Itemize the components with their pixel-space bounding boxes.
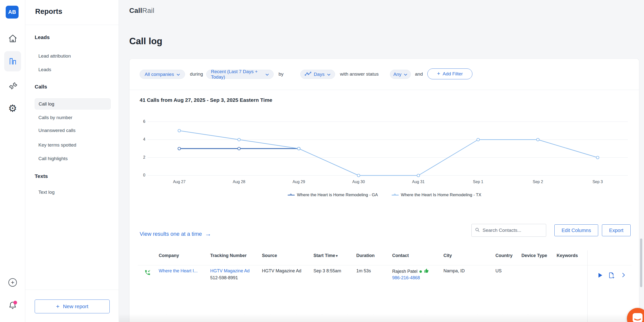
sidebar-item-lead-attribution[interactable]: Lead attribution — [38, 53, 71, 59]
view-results-label: View results one at a time — [140, 231, 202, 237]
x-axis-tick: Aug 30 — [344, 180, 374, 184]
column-header-tracking-number[interactable]: Tracking Number — [210, 253, 246, 258]
sidebar-item-text-log[interactable]: Text log — [38, 189, 54, 195]
legend-marker-icon — [288, 194, 295, 196]
granularity-dropdown[interactable]: Days — [300, 70, 335, 79]
answer-status-dropdown[interactable]: Any — [390, 70, 411, 79]
section-label-texts: Texts — [35, 173, 48, 179]
table-header-divider — [138, 265, 632, 265]
integrations-nav-button[interactable] — [0, 81, 25, 91]
logo-bold: Call — [129, 7, 142, 14]
chevron-down-icon — [176, 72, 180, 77]
reports-nav-button[interactable] — [4, 51, 21, 71]
column-header-start-time[interactable]: Start Time▼ — [314, 253, 338, 258]
home-nav-button[interactable] — [0, 34, 25, 44]
actions-column-divider — [587, 250, 588, 322]
y-axis-tick: 4 — [139, 137, 145, 142]
start-time-cell: Sep 3 8:55am — [314, 268, 341, 274]
arrow-right-icon: → — [205, 230, 212, 238]
chart-legend: Where the Heart is Home Remodeling - GA … — [130, 192, 640, 197]
search-contacts-input[interactable] — [482, 228, 540, 233]
during-label: during — [190, 71, 203, 77]
contact-name: Rajesh Patel — [392, 269, 418, 274]
x-axis-tick: Sep 2 — [523, 180, 553, 184]
answer-status-label: with answer status — [340, 71, 378, 77]
granularity-value: Days — [314, 72, 324, 77]
settings-nav-button[interactable]: ⚙ — [0, 103, 25, 113]
legend-item-ga: Where the Heart is Home Remodeling - GA — [288, 192, 378, 197]
add-button[interactable]: + — [0, 278, 25, 287]
legend-item-tx: Where the Heart Is Home Remodeling - TX — [392, 192, 481, 197]
contact-phone-link[interactable]: 986-216-4868 — [392, 275, 420, 281]
view-results-link[interactable]: View results one at a time → — [140, 230, 212, 238]
new-report-button[interactable]: + New report — [35, 300, 110, 313]
x-axis-tick: Aug 29 — [284, 180, 314, 184]
sidebar-item-leads[interactable]: Leads — [38, 67, 51, 72]
icon-rail: AB ⚙ — [0, 0, 25, 322]
legend-label: Where the Heart is Home Remodeling - GA — [297, 192, 378, 197]
play-recording-button[interactable] — [596, 272, 604, 279]
callrail-logo: CallRail — [129, 7, 154, 14]
date-range-value: Recent (Last 7 Days + Today) — [211, 69, 263, 80]
y-axis-tick: 6 — [139, 119, 145, 124]
section-label-leads: Leads — [35, 34, 50, 40]
expand-row-chevron[interactable] — [620, 272, 628, 279]
chevron-down-icon — [327, 72, 330, 77]
calls-line-chart: 0246Aug 27Aug 28Aug 29Aug 30Aug 31Sep 1S… — [139, 116, 632, 190]
city-cell: Nampa, ID — [444, 268, 465, 274]
column-header-contact[interactable]: Contact — [392, 253, 409, 258]
presence-dot-icon — [420, 270, 422, 273]
search-icon — [475, 227, 480, 234]
reports-sidebar: Reports Leads Lead attribution Leads Cal… — [25, 0, 119, 322]
add-note-button[interactable] — [608, 272, 615, 279]
sidebar-item-calls-by-number[interactable]: Calls by number — [38, 115, 72, 120]
sidebar-item-call-log[interactable]: Call log — [35, 98, 111, 110]
chart-svg — [139, 116, 632, 190]
logo-light: Rail — [142, 7, 154, 14]
column-header-city[interactable]: City — [444, 253, 452, 258]
plus-icon: + — [56, 303, 60, 310]
sort-desc-icon: ▼ — [335, 254, 338, 258]
notifications-button[interactable] — [0, 301, 25, 311]
plus-circle-icon: + — [8, 278, 17, 287]
bar-chart-icon — [8, 56, 18, 67]
sidebar-divider — [25, 25, 119, 25]
tracking-number-link[interactable]: HGTV Magazine Ad — [210, 268, 250, 274]
country-cell: US — [496, 268, 502, 274]
column-header-duration[interactable]: Duration — [356, 253, 374, 258]
add-filter-button[interactable]: + Add Filter — [427, 68, 472, 79]
x-axis-tick: Sep 3 — [583, 180, 612, 184]
avatar[interactable]: AB — [6, 6, 18, 18]
search-contacts-box — [472, 224, 546, 237]
sidebar-title: Reports — [35, 7, 62, 15]
sidebar-item-call-highlights[interactable]: Call highlights — [38, 156, 68, 161]
legend-label: Where the Heart Is Home Remodeling - TX — [401, 192, 481, 197]
section-label-calls: Calls — [35, 84, 47, 90]
date-range-dropdown[interactable]: Recent (Last 7 Days + Today) — [206, 70, 274, 79]
vertical-scrollbar-thumb[interactable] — [640, 238, 642, 287]
company-filter-value: All companies — [144, 72, 174, 77]
tracking-number-value: 512-598-8991 — [210, 275, 238, 281]
filter-section-divider — [130, 90, 639, 90]
chevron-down-icon — [404, 72, 407, 77]
contact-cell: Rajesh Patel — [392, 268, 429, 275]
gear-icon: ⚙ — [8, 103, 17, 113]
column-header-country[interactable]: Country — [496, 253, 512, 258]
column-header-company[interactable]: Company — [159, 253, 179, 258]
add-filter-label: Add Filter — [443, 71, 463, 77]
column-header-source[interactable]: Source — [262, 253, 277, 258]
sidebar-item-key-terms-spotted[interactable]: Key terms spotted — [38, 142, 76, 148]
company-filter-dropdown[interactable]: All companies — [140, 70, 185, 79]
company-link[interactable]: Where the Heart I... — [159, 268, 198, 274]
notification-badge — [13, 301, 17, 305]
column-header-device-type[interactable]: Device Type — [522, 253, 547, 258]
edit-columns-button[interactable]: Edit Columns — [554, 224, 598, 236]
chat-bubble-icon — [632, 313, 642, 322]
x-axis-tick: Aug 31 — [404, 180, 433, 184]
sidebar-item-unanswered-calls[interactable]: Unanswered calls — [38, 128, 76, 133]
export-button[interactable]: Export — [602, 224, 631, 236]
new-report-label: New report — [63, 304, 88, 310]
column-header-keywords[interactable]: Keywords — [556, 253, 578, 258]
x-axis-tick: Aug 28 — [224, 180, 254, 184]
source-cell: HGTV Magazine Ad — [262, 268, 301, 274]
